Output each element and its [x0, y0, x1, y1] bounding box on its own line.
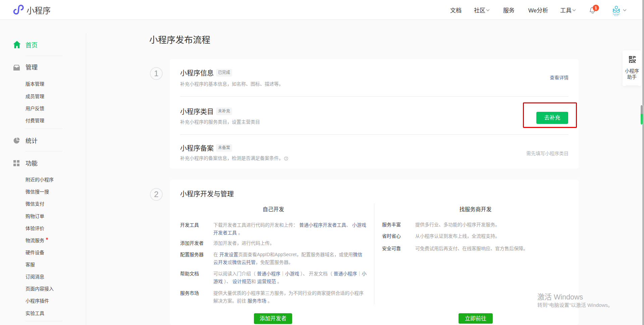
- svg-text:?: ?: [285, 157, 287, 160]
- svg-text:*kychakr*: *kychakr*: [614, 15, 619, 16]
